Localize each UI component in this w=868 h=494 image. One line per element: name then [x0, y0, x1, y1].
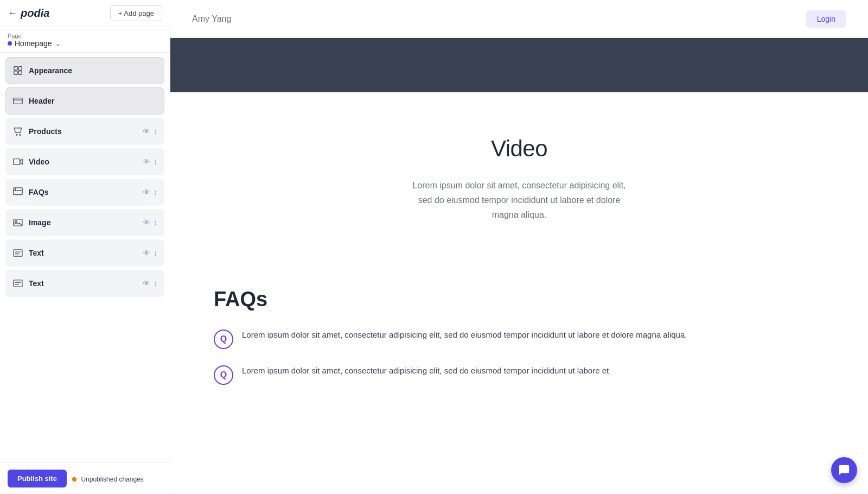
section-left: Appearance [12, 65, 72, 76]
reorder-icon[interactable]: ↕ [154, 127, 157, 136]
page-name: Homepage [15, 39, 52, 48]
visibility-icon[interactable]: 👁 [143, 188, 150, 197]
svg-rect-2 [14, 71, 17, 74]
visibility-icon[interactable]: 👁 [143, 279, 150, 288]
page-info: Page Homepage ⌄ [8, 33, 61, 48]
section-left: Image [12, 217, 50, 228]
main-content: Amy Yang Login Video Lorem ipsum dolor s… [170, 0, 868, 494]
sidebar-item-video[interactable]: Video 👁 ↕ [5, 148, 164, 175]
section-left: Text [12, 248, 44, 258]
faq-icon: Q [214, 365, 233, 385]
logo-area: ← podia [8, 7, 49, 20]
appearance-icon [12, 65, 23, 76]
svg-point-6 [16, 134, 17, 135]
section-actions: 👁 ↕ [143, 218, 157, 227]
reorder-icon[interactable]: ↕ [154, 218, 157, 227]
svg-rect-4 [14, 98, 22, 104]
add-page-button[interactable]: + Add page [110, 5, 162, 21]
svg-rect-8 [14, 159, 20, 165]
unpublished-text: Unpublished changes [81, 476, 143, 483]
visibility-icon[interactable]: 👁 [143, 218, 150, 227]
chevron-down-icon: ⌄ [55, 39, 61, 48]
sidebar-item-header[interactable]: Header [5, 87, 164, 115]
reorder-icon[interactable]: ↕ [154, 249, 157, 257]
page-label: Page [8, 33, 61, 39]
login-button[interactable]: Login [806, 10, 846, 28]
header-icon [12, 96, 23, 106]
video-description: Lorem ipsum dolor sit amet, consectetur … [405, 178, 633, 223]
faq-text: Lorem ipsum dolor sit amet, consectetur … [242, 364, 609, 377]
visibility-icon[interactable]: 👁 [143, 157, 150, 166]
svg-rect-17 [14, 280, 22, 287]
faq-item: Q Lorem ipsum dolor sit amet, consectetu… [214, 328, 825, 349]
section-actions: 👁 ↕ [143, 279, 157, 288]
chat-widget[interactable] [831, 457, 857, 483]
visibility-icon[interactable]: 👁 [143, 127, 150, 136]
unpublished-status: Unpublished changes [72, 474, 144, 484]
faqs-icon [12, 187, 23, 198]
svg-rect-9 [14, 188, 22, 195]
sidebar-item-label: Image [29, 218, 50, 227]
faq-text: Lorem ipsum dolor sit amet, consectetur … [242, 328, 687, 341]
sidebar-item-label: FAQs [29, 188, 49, 197]
section-left: Header [12, 96, 54, 106]
video-section: Video Lorem ipsum dolor sit amet, consec… [170, 92, 868, 266]
section-left: Products [12, 126, 62, 137]
sidebar-sections: Appearance Header [0, 53, 170, 463]
hero-banner [170, 38, 868, 92]
publish-button[interactable]: Publish site [8, 470, 67, 487]
sidebar-topbar: ← podia + Add page [0, 0, 170, 27]
svg-point-7 [20, 134, 21, 135]
page-dot [8, 41, 12, 46]
text-icon [12, 248, 23, 258]
section-left: FAQs [12, 187, 49, 198]
section-actions: 👁 ↕ [143, 157, 157, 166]
sidebar-item-products[interactable]: Products 👁 ↕ [5, 118, 164, 145]
page-name-row[interactable]: Homepage ⌄ [8, 39, 61, 48]
visibility-icon[interactable]: 👁 [143, 249, 150, 257]
top-nav: Amy Yang Login [170, 0, 868, 38]
faqs-section: FAQs Q Lorem ipsum dolor sit amet, conse… [170, 266, 868, 422]
svg-rect-3 [18, 71, 22, 74]
unpublished-dot [72, 477, 76, 482]
section-left: Text [12, 278, 44, 289]
video-title: Video [491, 136, 547, 162]
sidebar-item-text-1[interactable]: Text 👁 ↕ [5, 239, 164, 267]
sidebar-footer: Publish site Unpublished changes [0, 463, 170, 494]
faqs-title: FAQs [214, 288, 825, 311]
section-actions: 👁 ↕ [143, 188, 157, 197]
sidebar-item-text-2[interactable]: Text 👁 ↕ [5, 270, 164, 297]
svg-rect-14 [14, 250, 22, 256]
faq-icon: Q [214, 330, 233, 349]
section-left: Video [12, 156, 49, 167]
sidebar-item-appearance[interactable]: Appearance [5, 57, 164, 84]
back-arrow-icon[interactable]: ← [8, 8, 17, 19]
svg-rect-0 [14, 67, 17, 70]
sidebar: ← podia + Add page Page Homepage ⌄ [0, 0, 170, 494]
sidebar-item-label: Text [29, 279, 44, 288]
reorder-icon[interactable]: ↕ [154, 279, 157, 288]
page-selector: Page Homepage ⌄ [0, 27, 170, 53]
sidebar-item-label: Products [29, 127, 62, 136]
svg-rect-12 [14, 219, 22, 226]
reorder-icon[interactable]: ↕ [154, 157, 157, 166]
sidebar-item-label: Appearance [29, 66, 72, 75]
video-icon [12, 156, 23, 167]
reorder-icon[interactable]: ↕ [154, 188, 157, 197]
sidebar-item-label: Video [29, 157, 49, 166]
section-actions: 👁 ↕ [143, 249, 157, 257]
sidebar-item-label: Text [29, 249, 44, 257]
image-icon [12, 217, 23, 228]
sidebar-item-image[interactable]: Image 👁 ↕ [5, 209, 164, 236]
brand-logo: podia [21, 7, 49, 20]
faq-item: Q Lorem ipsum dolor sit amet, consectetu… [214, 364, 825, 385]
text-icon [12, 278, 23, 289]
sidebar-item-faqs[interactable]: FAQs 👁 ↕ [5, 179, 164, 206]
products-icon [12, 126, 23, 137]
content-area: Video Lorem ipsum dolor sit amet, consec… [170, 92, 868, 454]
sidebar-item-label: Header [29, 97, 54, 105]
site-name: Amy Yang [192, 14, 231, 24]
svg-rect-1 [18, 67, 22, 70]
section-actions: 👁 ↕ [143, 127, 157, 136]
